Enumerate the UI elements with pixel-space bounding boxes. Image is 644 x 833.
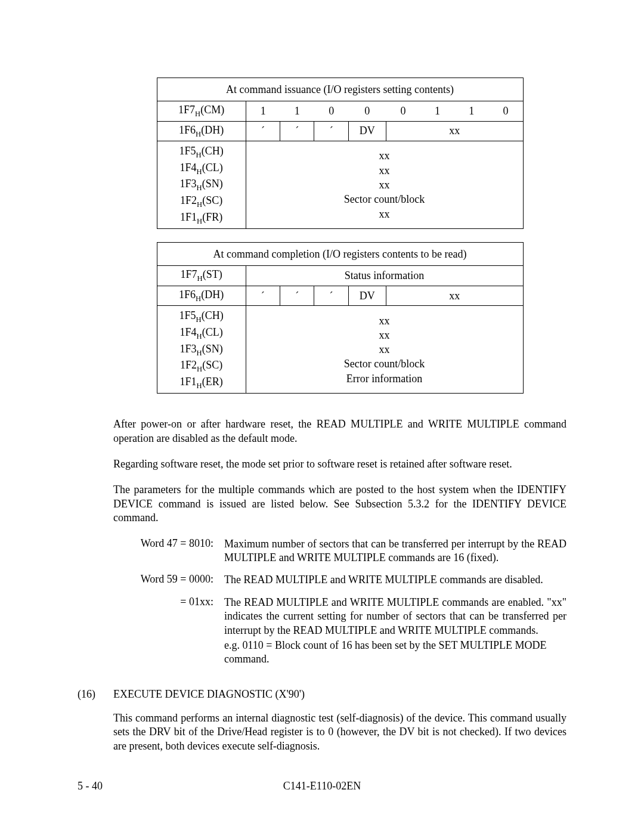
footer-center: C141-E110-02EN: [0, 780, 644, 792]
paragraph: After power-on or after hardware reset, …: [113, 417, 566, 445]
word-key: Word 59 = 0000:: [113, 573, 224, 587]
word-val: The READ MULTIPLE and WRITE MULTIPLE com…: [224, 573, 566, 587]
table2-title: At command completion (I/O registers con…: [157, 243, 523, 266]
section-number: (16): [78, 688, 113, 701]
reg-label: 1F7H(ST): [157, 266, 246, 286]
word-definitions: Word 47 = 8010: Maximum number of sector…: [113, 537, 566, 667]
reg-label: 1F6H(DH): [157, 121, 246, 141]
word-key: Word 47 = 8010:: [113, 537, 224, 565]
word-val: Maximum number of sectors that can be tr…: [224, 537, 566, 565]
reg-label-multi: 1F5H(CH) 1F4H(CL) 1F3H(SN) 1F2H(SC) 1F1H…: [157, 306, 246, 394]
reg-label: 1F7H(CM): [157, 101, 246, 122]
reg-label-multi: 1F5H(CH) 1F4H(CL) 1F3H(SN) 1F2H(SC) 1F1H…: [157, 141, 246, 229]
word-val: e.g. 0110 = Block count of 16 has been s…: [224, 639, 566, 667]
paragraph: Regarding software reset, the mode set p…: [113, 457, 566, 471]
table-command-issuance: At command issuance (I/O registers setti…: [157, 78, 524, 229]
table-command-completion: At command completion (I/O registers con…: [157, 242, 524, 394]
page-footer: 5 - 40 C141-E110-02EN: [0, 780, 644, 792]
section-title: EXECUTE DEVICE DIAGNOSTIC (X'90'): [113, 688, 305, 701]
section-body: This command performs an internal diagno…: [113, 711, 566, 753]
reg-label: 1F6H(DH): [157, 286, 246, 306]
word-val: The READ MULTIPLE and WRITE MULTIPLE com…: [224, 596, 566, 637]
table1-title: At command issuance (I/O registers setti…: [157, 78, 523, 101]
word-key: = 01xx:: [113, 596, 224, 637]
section-heading: (16) EXECUTE DEVICE DIAGNOSTIC (X'90'): [78, 688, 566, 701]
paragraph: The parameters for the multiple commands…: [113, 483, 566, 525]
